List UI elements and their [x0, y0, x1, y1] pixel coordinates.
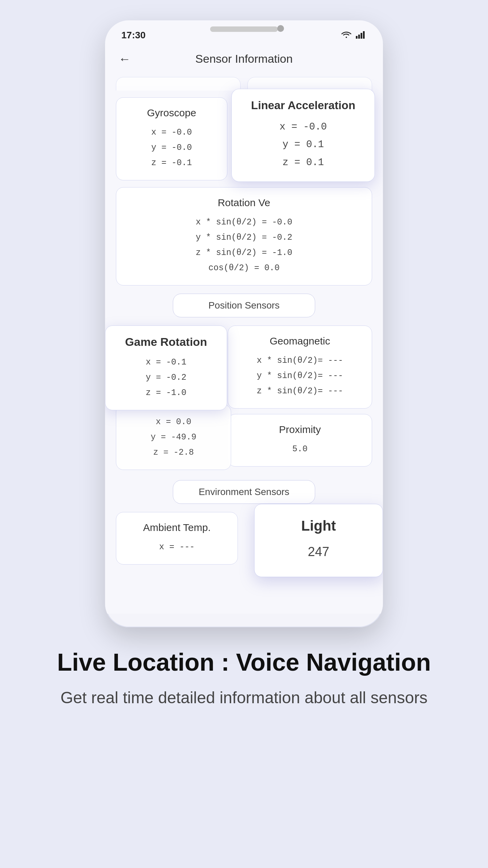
app-title: Sensor Information	[195, 52, 292, 65]
svg-rect-0	[356, 36, 358, 39]
back-button[interactable]: ←	[119, 52, 131, 66]
gyroscope-title: Gyroscope	[127, 107, 216, 119]
proximity-title: Proximity	[239, 424, 361, 435]
proximity-card: Proximity 5.0	[228, 414, 372, 467]
environment-sensors-section: Ambient Temp. x = --- Light 247	[116, 512, 372, 600]
geomagnetic-title: Geomagnetic	[239, 335, 361, 347]
gyroscope-linear-row: Gyroscope x = -0.0 y = -0.0 z = -0.1 Lin…	[116, 97, 372, 180]
promo-subtitle: Get real time detailed information about…	[57, 686, 431, 709]
gyroscope-card: Gyroscope x = -0.0 y = -0.0 z = -0.1	[116, 97, 227, 180]
light-title: Light	[271, 518, 366, 534]
light-card: Light 247	[254, 504, 383, 577]
signal-icon	[356, 31, 367, 40]
phone-notch	[210, 26, 278, 32]
right-position-col: Geomagnetic x * sin(θ/2)= --- y * sin(θ/…	[228, 326, 372, 467]
partial-bottom-card: x = 0.0 y = -49.9 z = -2.8	[116, 405, 231, 470]
wifi-icon	[341, 31, 352, 40]
linear-acceleration-values: x = -0.0 y = 0.1 z = 0.1	[243, 118, 363, 172]
linear-acceleration-title: Linear Acceleration	[243, 99, 363, 112]
linear-acceleration-card: Linear Acceleration x = -0.0 y = 0.1 z =…	[231, 89, 375, 182]
phone-content: Gyroscope x = -0.0 y = -0.0 z = -0.1 Lin…	[105, 74, 383, 614]
svg-rect-3	[363, 31, 365, 39]
svg-rect-1	[358, 35, 360, 39]
ambient-temp-card: Ambient Temp. x = ---	[116, 512, 238, 565]
game-rotation-card: Game Rotation x = -0.1 y = -0.2 z = -1.0	[105, 326, 227, 410]
svg-rect-2	[361, 33, 362, 39]
gyroscope-values: x = -0.0 y = -0.0 z = -0.1	[127, 125, 216, 171]
status-icons	[341, 31, 367, 40]
app-bar: ← Sensor Information	[105, 44, 383, 74]
rotation-vector-title: Rotation Ve	[127, 197, 361, 209]
promo-title: Live Location : Voice Navigation	[57, 648, 431, 677]
proximity-value: 5.0	[239, 441, 361, 457]
environment-sensors-btn[interactable]: Environment Sensors	[173, 480, 315, 504]
light-value: 247	[271, 540, 366, 563]
ambient-temp-values: x = ---	[127, 539, 227, 555]
ambient-temp-title: Ambient Temp.	[127, 522, 227, 533]
geomagnetic-values: x * sin(θ/2)= --- y * sin(θ/2)= --- z * …	[239, 353, 361, 399]
rotation-vector-values: x * sin(θ/2) = -0.0 y * sin(θ/2) = -0.2 …	[127, 215, 361, 276]
partial-bottom-values: x = 0.0 y = -49.9 z = -2.8	[127, 414, 220, 460]
page-wrapper: 17:30	[0, 20, 488, 709]
position-sensors-btn[interactable]: Position Sensors	[173, 294, 315, 317]
promo-section: Live Location : Voice Navigation Get rea…	[37, 648, 451, 709]
geomagnetic-card: Geomagnetic x * sin(θ/2)= --- y * sin(θ/…	[228, 326, 372, 409]
status-time: 17:30	[121, 30, 146, 41]
phone-shell: 17:30	[105, 20, 383, 627]
rotation-vector-card: Rotation Ve x * sin(θ/2) = -0.0 y * sin(…	[116, 187, 372, 285]
game-rotation-values: x = -0.1 y = -0.2 z = -1.0	[116, 355, 216, 400]
game-rotation-title: Game Rotation	[116, 335, 216, 349]
camera-dot	[277, 25, 284, 32]
position-sensors-section: Game Rotation x = -0.1 y = -0.2 z = -1.0…	[116, 326, 372, 467]
status-bar: 17:30	[105, 20, 383, 44]
